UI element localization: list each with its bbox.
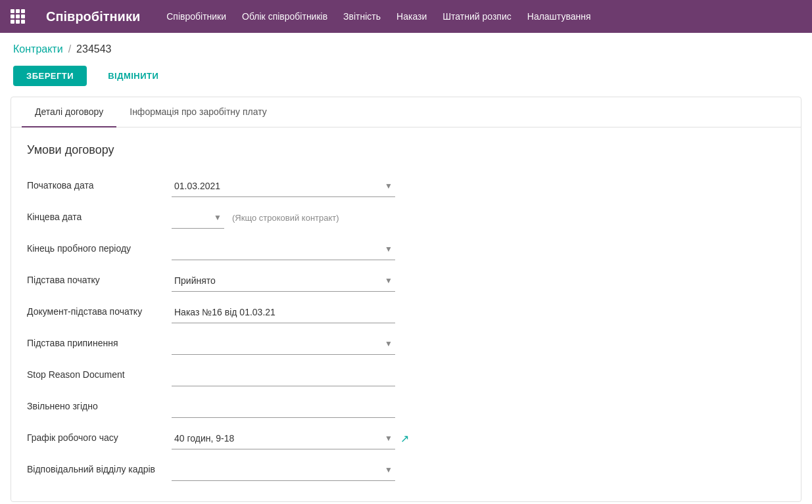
breadcrumb: Контракти / 234543 xyxy=(0,33,812,60)
select-work-schedule[interactable]: 40 годин, 9-18 xyxy=(172,427,395,449)
main-card: Деталі договору Інформація про заробітну… xyxy=(11,97,801,502)
select-end-date[interactable] xyxy=(172,206,224,229)
tab-salary-info[interactable]: Інформація про заробітну плату xyxy=(116,97,280,127)
form-row-start-reason-doc: Документ-підстава початку xyxy=(27,296,785,328)
page-container: Контракти / 234543 ЗБЕРЕГТИ ВІДМІНИТИ Де… xyxy=(0,33,812,504)
form-row-start-date: Початкова дата 01.03.2021 ▼ xyxy=(27,170,785,202)
select-stop-reason[interactable] xyxy=(172,332,395,355)
form-row-end-date: Кінцева дата ▼ (Якщо строковий контракт) xyxy=(27,202,785,233)
control-probation: ▼ xyxy=(172,238,435,260)
external-link-icon[interactable]: ↗ xyxy=(400,432,409,445)
label-start-reason-doc: Документ-підстава початку xyxy=(27,306,172,319)
label-probation: Кінець пробного періоду xyxy=(27,242,172,256)
form-section: Умови договору Початкова дата 01.03.2021… xyxy=(11,127,801,501)
breadcrumb-parent[interactable]: Контракти xyxy=(13,43,63,55)
form-row-stop-reason: Підстава припинення ▼ xyxy=(27,328,785,359)
label-stop-reason: Підстава припинення xyxy=(27,337,172,350)
tab-bar: Деталі договору Інформація про заробітну… xyxy=(11,97,801,127)
form-row-work-schedule: Графік робочого часу 40 годин, 9-18 ▼ ↗ xyxy=(27,423,785,454)
action-bar: ЗБЕРЕГТИ ВІДМІНИТИ xyxy=(0,60,812,97)
nav-accounting[interactable]: Облік співробітників xyxy=(242,11,327,22)
select-probation[interactable] xyxy=(172,238,395,260)
breadcrumb-current: 234543 xyxy=(76,43,111,55)
cancel-button[interactable]: ВІДМІНИТИ xyxy=(95,66,172,86)
control-dismissed xyxy=(172,396,435,418)
form-row-start-reason: Підстава початку Прийнято ▼ xyxy=(27,265,785,296)
input-dismissed[interactable] xyxy=(172,396,395,418)
label-end-date: Кінцева дата xyxy=(27,211,172,224)
form-grid: Початкова дата 01.03.2021 ▼ Кінцева дата xyxy=(27,170,785,486)
control-stop-reason-doc xyxy=(172,364,435,386)
select-hr-responsible[interactable] xyxy=(172,459,395,481)
tab-contract-details[interactable]: Деталі договору xyxy=(22,97,116,127)
form-row-stop-reason-doc: Stop Reason Document xyxy=(27,359,785,391)
input-start-reason-doc[interactable] xyxy=(172,301,395,323)
input-stop-reason-doc[interactable] xyxy=(172,364,395,386)
control-work-schedule: 40 годин, 9-18 ▼ ↗ xyxy=(172,427,435,449)
nav-reports[interactable]: Звітність xyxy=(343,11,381,22)
app-title: Співробітники xyxy=(46,9,140,24)
end-date-hint: (Якщо строковий контракт) xyxy=(232,213,339,223)
section-title: Умови договору xyxy=(27,143,785,157)
label-start-reason: Підстава початку xyxy=(27,274,172,287)
control-start-reason-doc xyxy=(172,301,435,323)
label-stop-reason-doc: Stop Reason Document xyxy=(27,369,172,382)
select-start-date[interactable]: 01.03.2021 xyxy=(172,175,395,197)
control-stop-reason: ▼ xyxy=(172,332,435,355)
label-start-date: Початкова дата xyxy=(27,179,172,193)
control-start-date: 01.03.2021 ▼ xyxy=(172,175,435,197)
label-work-schedule: Графік робочого часу xyxy=(27,432,172,445)
control-start-reason: Прийнято ▼ xyxy=(172,269,435,292)
control-hr-responsible: ▼ xyxy=(172,459,435,481)
nav-staffing[interactable]: Штатний розпис xyxy=(442,11,511,22)
save-button[interactable]: ЗБЕРЕГТИ xyxy=(13,66,87,86)
form-row-probation: Кінець пробного періоду ▼ xyxy=(27,233,785,265)
label-dismissed: Звільнено згідно xyxy=(27,400,172,413)
breadcrumb-separator: / xyxy=(68,43,71,55)
top-navigation: Співробітники Співробітники Облік співро… xyxy=(0,0,812,33)
nav-employees[interactable]: Співробітники xyxy=(166,11,226,22)
label-hr-responsible: Відповідальний відділу кадрів xyxy=(27,463,172,476)
nav-links: Співробітники Облік співробітників Звітн… xyxy=(166,11,590,22)
form-row-dismissed: Звільнено згідно xyxy=(27,391,785,423)
nav-settings[interactable]: Налаштування xyxy=(527,11,591,22)
select-start-reason[interactable]: Прийнято xyxy=(172,269,395,292)
form-row-hr-responsible: Відповідальний відділу кадрів ▼ xyxy=(27,454,785,486)
app-grid-icon[interactable] xyxy=(11,9,25,24)
control-end-date: ▼ (Якщо строковий контракт) xyxy=(172,206,435,229)
nav-orders[interactable]: Накази xyxy=(396,11,427,22)
